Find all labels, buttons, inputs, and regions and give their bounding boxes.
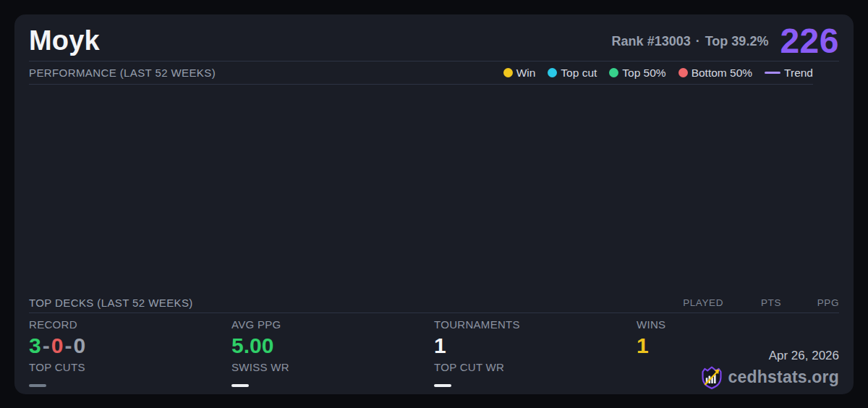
column-header-ppg: PPG (781, 297, 839, 308)
performance-section-header: PERFORMANCE (LAST 52 WEEKS) Win Top cut … (29, 61, 813, 85)
legend-item-win: Win (503, 67, 536, 80)
top-decks-section-header: TOP DECKS (LAST 52 WEEKS) PLAYED PTS PPG (29, 293, 839, 313)
top-percent: Top 39.2% (705, 34, 769, 48)
record-separator: - (64, 333, 72, 357)
rank-text: Rank #13003·Top 39.2% (612, 34, 769, 56)
tournaments-value: 1 (434, 333, 637, 357)
player-score: 226 (780, 27, 839, 55)
report-date: Apr 26, 2026 (701, 349, 839, 363)
swiss-wr-label: SWISS WR (231, 361, 434, 374)
top-cut-wr-label: TOP CUT WR (434, 361, 637, 374)
performance-chart (29, 85, 839, 293)
rank-number: Rank #13003 (612, 34, 691, 48)
wins-label: WINS (637, 318, 839, 331)
swiss-wr-placeholder-dash (231, 384, 249, 387)
avg-ppg-label: AVG PPG (231, 318, 434, 331)
legend-label: Top cut (561, 67, 597, 80)
top-cut-dot-icon (548, 68, 557, 77)
player-stats-card: Moyk Rank #13003·Top 39.2% 226 PERFORMAN… (14, 14, 854, 394)
record-separator: - (43, 333, 50, 357)
top-decks-title: TOP DECKS (LAST 52 WEEKS) (29, 297, 193, 309)
bottom-50-dot-icon (678, 68, 688, 77)
card-footer: Apr 26, 2026 cedhstats.org (701, 349, 839, 389)
dot-separator: · (696, 34, 700, 48)
trend-line-icon (765, 72, 780, 74)
record-draws: 0 (73, 333, 85, 357)
performance-title: PERFORMANCE (LAST 52 WEEKS) (29, 67, 216, 79)
rank-summary: Rank #13003·Top 39.2% 226 (612, 27, 839, 55)
legend-label: Bottom 50% (692, 67, 752, 80)
legend-item-trend: Trend (765, 67, 813, 80)
avg-ppg-value: 5.00 (231, 333, 434, 357)
chart-legend: Win Top cut Top 50% Bottom 50% Trend (503, 67, 813, 80)
record-losses: 0 (51, 333, 64, 357)
top-50-dot-icon (609, 68, 618, 77)
legend-label: Trend (784, 67, 813, 80)
top-decks-column-headers: PLAYED PTS PPG (637, 297, 839, 308)
record-value: 3-0-0 (29, 333, 231, 357)
record-wins: 3 (29, 333, 41, 357)
card-header: Moyk Rank #13003·Top 39.2% 226 (29, 14, 839, 61)
stat-avg-ppg: AVG PPG 5.00 SWISS WR (231, 318, 434, 387)
top-cuts-label: TOP CUTS (29, 361, 231, 374)
column-header-played: PLAYED (637, 297, 723, 308)
stat-record: RECORD 3-0-0 TOP CUTS (29, 318, 231, 387)
top-cuts-placeholder-dash (29, 384, 46, 387)
win-dot-icon (503, 68, 513, 77)
player-name: Moyk (29, 25, 100, 56)
legend-label: Win (516, 67, 536, 80)
top-cut-wr-placeholder-dash (434, 384, 451, 387)
brand-name: cedhstats.org (728, 367, 839, 387)
stat-tournaments: TOURNAMENTS 1 TOP CUT WR (434, 318, 637, 387)
legend-item-top-50: Top 50% (609, 67, 665, 80)
cedhstats-logo-icon (701, 365, 723, 389)
brand-watermark: cedhstats.org (701, 365, 839, 389)
legend-item-bottom-50: Bottom 50% (678, 67, 752, 80)
legend-item-top-cut: Top cut (548, 67, 597, 80)
record-label: RECORD (29, 318, 231, 331)
legend-label: Top 50% (622, 67, 665, 80)
tournaments-label: TOURNAMENTS (434, 318, 637, 331)
column-header-pts: PTS (723, 297, 781, 308)
